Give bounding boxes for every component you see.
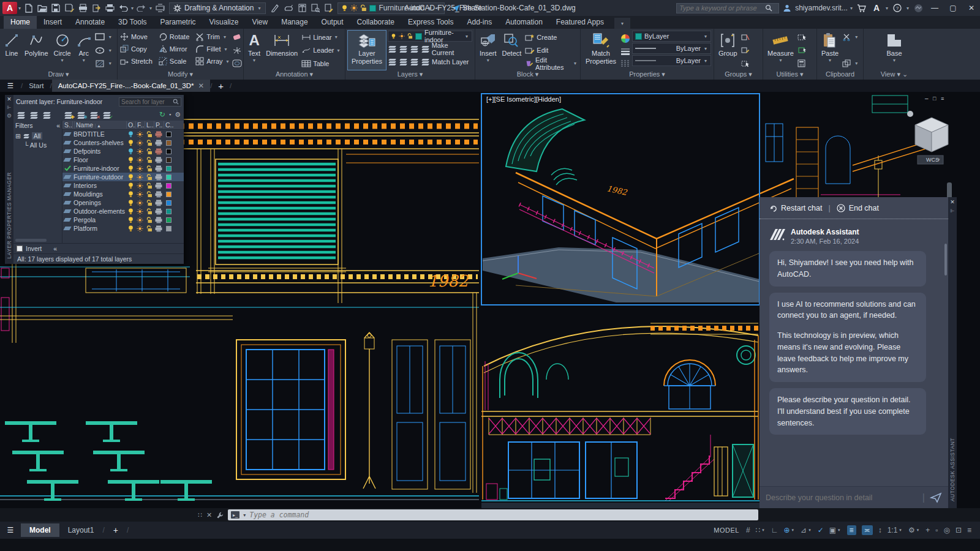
osnap-tracking-icon[interactable]: ✓	[818, 526, 824, 534]
ribbon-tab-visualize[interactable]: Visualize	[203, 16, 246, 29]
rectangle-tool[interactable]: ▾	[95, 31, 113, 43]
chat-scrollbar[interactable]	[944, 244, 947, 276]
measure-button[interactable]: Measure▾	[766, 31, 796, 70]
command-prompt-icon[interactable]: ▸_	[231, 511, 239, 519]
layer-lock-icon[interactable]	[145, 165, 154, 172]
layer-color-swatch[interactable]	[164, 200, 173, 206]
paste-button[interactable]: Paste▾	[820, 31, 840, 70]
paste-caret-icon[interactable]: ▾	[829, 58, 831, 63]
erase-tool[interactable]	[232, 31, 242, 43]
filters-hscrollbar[interactable]	[15, 239, 47, 242]
refresh-icon[interactable]: ↻	[159, 110, 165, 119]
undo-caret-icon[interactable]: ▾	[131, 6, 134, 11]
block-panel-title[interactable]: Block ▾	[475, 70, 580, 80]
clean-screen-icon[interactable]: ⊡	[956, 526, 962, 534]
layer-row-Defpoints[interactable]: Defpoints	[62, 147, 184, 156]
command-grip-icon[interactable]: ∷	[198, 511, 202, 519]
layer-on-icon[interactable]	[126, 139, 135, 146]
user-caret-icon[interactable]: ▾	[850, 6, 853, 11]
ribbon-tab-insert[interactable]: Insert	[37, 16, 69, 29]
ribbon-tab-annotate[interactable]: Annotate	[69, 16, 111, 29]
quick-calc-select-tool[interactable]	[797, 45, 807, 56]
layer-lock-icon[interactable]	[145, 148, 154, 155]
base-caret-icon[interactable]: ▾	[893, 58, 895, 63]
layer-freeze-icon[interactable]	[135, 174, 145, 181]
share-button[interactable]: Share	[451, 4, 482, 12]
filter-tree-all[interactable]: ⊞ All	[15, 132, 60, 140]
end-chat-button[interactable]: End chat	[837, 204, 879, 212]
layer-on-icon[interactable]	[126, 225, 135, 232]
assistant-status-icon[interactable]	[911, 1, 925, 15]
new-layer-filter-icon[interactable]	[17, 111, 26, 118]
annotation-scale[interactable]: 1:1▾	[888, 526, 903, 534]
palette-close-icon[interactable]: ✕	[7, 96, 12, 102]
batch-plot-icon[interactable]	[153, 1, 167, 15]
arc-button[interactable]: Arc▾	[75, 31, 93, 70]
layer-on-icon[interactable]	[126, 208, 135, 215]
layer-color-swatch[interactable]	[164, 157, 173, 163]
create-block-tool[interactable]: Create	[525, 31, 578, 43]
layer-row-BRDTITLE[interactable]: BRDTITLE	[62, 130, 184, 138]
layers-panel-title[interactable]: Layers ▾	[345, 70, 475, 80]
layer-plot-icon[interactable]	[154, 140, 164, 146]
file-tab-active-doc[interactable]: AutoCAD-FY25_Fire-...-Book-Cafe_01_3D*✕	[52, 80, 210, 92]
layer-row-Floor[interactable]: Floor	[62, 156, 184, 164]
measure-caret-icon[interactable]: ▾	[779, 58, 782, 63]
color-wheel-icon[interactable]	[620, 34, 630, 43]
match-properties-button[interactable]: Match Properties	[583, 31, 619, 70]
group-button[interactable]: Group	[717, 31, 739, 70]
layer-row-Pergola[interactable]: Pergola	[62, 216, 184, 224]
layer-row-Furniture-outdoor[interactable]: Furniture-outdoor	[62, 173, 184, 181]
wcs-chip[interactable]: WCS ▾	[918, 156, 943, 164]
layer-row-Counters-shelves[interactable]: Counters-shelves	[62, 138, 184, 147]
restart-chat-button[interactable]: Restart chat	[769, 204, 822, 212]
layer-lock-icon[interactable]	[145, 200, 154, 206]
polyline-button[interactable]: Polyline	[23, 31, 50, 70]
new-layout-button[interactable]: +	[105, 523, 127, 538]
ribbon-tab-featured-apps[interactable]: Featured Apps	[549, 16, 611, 29]
command-close-icon[interactable]: ✕	[206, 511, 212, 519]
layer-search-box[interactable]	[119, 97, 181, 107]
offset-tool[interactable]	[232, 58, 242, 69]
file-tab-menu-icon[interactable]: ☰	[0, 80, 21, 92]
layer-on-icon[interactable]	[126, 190, 135, 198]
workspace-dropdown[interactable]: Drafting & Annotation ▾	[169, 2, 266, 14]
leader-tool[interactable]: Leader▾	[301, 45, 341, 56]
ribbon-tab-home[interactable]: Home	[4, 16, 37, 29]
base-button[interactable]: Base▾	[883, 31, 905, 70]
command-recent-caret-icon[interactable]: ▾	[243, 512, 246, 518]
pause-refresh-icon[interactable]: ▪	[169, 111, 171, 118]
layer-freeze-icon[interactable]	[135, 208, 145, 215]
assistant-close-icon[interactable]: ✕	[950, 199, 955, 205]
match-layer-row[interactable]: Match Layer	[388, 56, 472, 67]
layer-color-swatch[interactable]	[164, 183, 173, 189]
layer-color-swatch[interactable]	[164, 140, 173, 146]
layer-on-icon[interactable]	[126, 173, 135, 181]
layer-color-swatch[interactable]	[164, 166, 173, 171]
set-current-layer-icon[interactable]: ✓	[102, 111, 111, 118]
layer-on-icon[interactable]	[126, 216, 135, 223]
layer-lock-icon[interactable]	[145, 174, 154, 181]
layer-freeze-icon[interactable]	[135, 225, 145, 232]
layer-plot-icon[interactable]	[154, 174, 164, 181]
cut-tool[interactable]: ▾	[842, 31, 859, 43]
annotation-panel-title[interactable]: Annotation ▾	[244, 70, 345, 80]
layer-row-Mouldings[interactable]: Mouldings	[62, 190, 184, 198]
send-icon[interactable]	[930, 492, 942, 503]
quick-properties-icon[interactable]: ◎	[943, 526, 949, 534]
move-tool[interactable]: Move	[120, 32, 153, 41]
ribbon-tab-collaborate[interactable]: Collaborate	[350, 16, 401, 29]
layout-menu-icon[interactable]: ☰	[0, 526, 21, 534]
ribbon-tab-3d-tools[interactable]: 3D Tools	[111, 16, 153, 29]
explode-tool[interactable]	[232, 45, 242, 56]
draw-panel-title[interactable]: Draw ▾	[0, 70, 117, 80]
text-caret-icon[interactable]: ▾	[253, 58, 255, 63]
undo-icon[interactable]	[116, 1, 130, 15]
detect-button[interactable]: Detect	[500, 31, 524, 70]
layer-lock-icon[interactable]	[145, 225, 154, 232]
plot-icon[interactable]	[76, 1, 89, 15]
layer-lock-icon[interactable]	[145, 217, 154, 223]
scale-tool[interactable]: Scale	[159, 57, 189, 66]
layer-on-icon[interactable]	[126, 182, 135, 189]
line-button[interactable]: Line	[2, 31, 21, 70]
